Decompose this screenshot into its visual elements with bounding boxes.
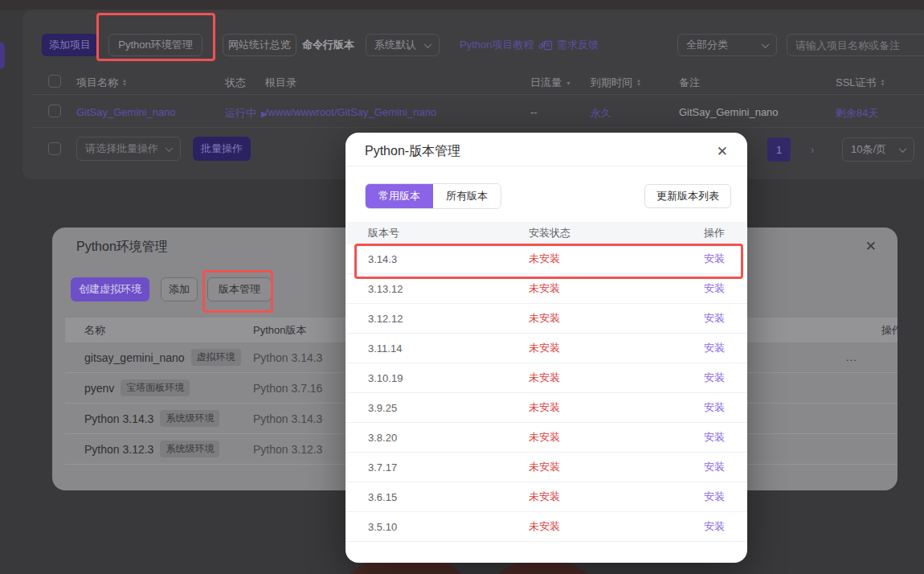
version-number: 3.13.12 (368, 283, 529, 295)
version-table-header: 版本号 安装状态 操作 (345, 222, 747, 244)
vcol-status: 安装状态 (529, 226, 677, 240)
col-header-name[interactable]: 项目名称 ▲▼ (76, 76, 127, 90)
divider (32, 127, 924, 128)
col-ssl-label: SSL证书 (836, 76, 877, 90)
install-status: 未安装 (529, 519, 677, 534)
annotation-box-python-env-button (96, 13, 215, 61)
project-status[interactable]: 运行中 ▶ (225, 106, 268, 121)
tab-all-versions[interactable]: 所有版本 (433, 184, 501, 208)
install-status: 未安装 (529, 341, 677, 355)
status-label: 运行中 (225, 106, 256, 121)
feedback-link-label: 需求反馈 (557, 38, 599, 52)
sidebar-toggle-pill[interactable] (0, 42, 5, 69)
row-checkbox[interactable] (48, 105, 61, 117)
next-page-button[interactable]: › (802, 138, 823, 161)
project-traffic: -- (530, 106, 538, 118)
version-row: 3.9.25 未安装 安装 (345, 393, 747, 423)
cli-version-value: 系统默认 (374, 38, 416, 52)
env-col-action: 操作 (846, 323, 897, 338)
divider (32, 94, 924, 95)
install-link[interactable]: 安装 (677, 281, 725, 296)
batch-action-select[interactable]: 请选择批量操作 (76, 137, 181, 161)
install-link[interactable]: 安装 (677, 490, 725, 504)
version-number: 3.5.10 (368, 521, 529, 533)
install-status: 未安装 (529, 400, 677, 415)
col-root-label: 根目录 (265, 76, 296, 90)
feedback-link[interactable]: 需求反馈 (543, 34, 599, 56)
page-size-value: 10条/页 (851, 142, 886, 157)
col-header-status: 状态 (225, 76, 246, 90)
version-row: 3.12.12 未安装 安装 (345, 304, 747, 334)
install-link[interactable]: 安装 (677, 519, 725, 534)
install-status: 未安装 (529, 371, 677, 385)
col-header-expire[interactable]: 到期时间 ▲▼ (591, 76, 641, 90)
page-size-select[interactable]: 10条/页 (842, 137, 914, 162)
env-name: gitsay_gemini_nano (84, 351, 185, 364)
close-icon[interactable]: ✕ (865, 238, 877, 255)
update-version-list-button[interactable]: 更新版本列表 (644, 184, 731, 208)
screen: 添加项目 Python环境管理 网站统计总览 命令行版本 系统默认 Python… (0, 0, 924, 574)
annotation-box-version-row (354, 244, 743, 279)
cli-version-label: 命令行版本 (302, 34, 354, 56)
install-link[interactable]: 安装 (677, 311, 725, 326)
add-project-button[interactable]: 添加项目 (42, 34, 98, 56)
select-all-checkbox[interactable] (48, 75, 61, 88)
version-row: 3.7.17 未安装 安装 (345, 453, 747, 482)
version-number: 3.10.19 (368, 372, 529, 384)
batch-placeholder: 请选择批量操作 (85, 141, 158, 156)
col-note-label: 备注 (679, 76, 700, 90)
col-name-label: 项目名称 (76, 76, 118, 90)
tutorial-link[interactable]: Python项目教程 (460, 34, 547, 56)
col-header-traffic[interactable]: 日流量 ▼ (530, 76, 571, 90)
batch-select-checkbox[interactable] (48, 142, 61, 155)
version-number: 3.9.25 (368, 402, 529, 414)
page-number-button[interactable]: 1 (767, 137, 791, 162)
create-venv-button[interactable]: 创建虚拟环境 (71, 277, 149, 301)
env-col-name: 名称 (84, 323, 253, 338)
project-ssl[interactable]: 剩余84天 (836, 106, 878, 121)
chevron-down-icon (899, 145, 907, 153)
category-filter-select[interactable]: 全部分类 (677, 34, 777, 56)
install-link[interactable]: 安装 (677, 341, 725, 355)
chevron-down-icon (424, 40, 432, 48)
install-link[interactable]: 安装 (677, 400, 725, 415)
col-header-note: 备注 (679, 76, 700, 90)
project-note[interactable]: GitSay_Gemini_nano (679, 106, 779, 118)
cli-version-select[interactable]: 系统默认 (366, 34, 440, 56)
category-filter-value: 全部分类 (686, 38, 728, 52)
env-modal-title: Python环境管理 (76, 239, 168, 256)
version-number: 3.6.15 (368, 491, 529, 503)
tutorial-link-label: Python项目教程 (460, 38, 534, 52)
install-status: 未安装 (529, 311, 677, 326)
project-name-link[interactable]: GitSay_Gemini_nano (76, 106, 176, 118)
version-tabs: 常用版本 所有版本 (365, 183, 501, 209)
tab-common-versions[interactable]: 常用版本 (366, 184, 433, 208)
version-row: 3.5.10 未安装 安装 (345, 512, 747, 542)
project-expire[interactable]: 永久 (591, 106, 611, 121)
site-stats-button[interactable]: 网站统计总览 (223, 34, 296, 56)
batch-action-button[interactable]: 批量操作 (193, 137, 251, 161)
env-type-badge: 系统级环境 (160, 410, 219, 427)
install-link[interactable]: 安装 (677, 430, 725, 445)
version-row: 3.11.14 未安装 安装 (345, 334, 747, 363)
install-status: 未安装 (529, 490, 677, 504)
install-status: 未安装 (529, 460, 677, 474)
env-name: Python 3.12.3 (84, 443, 153, 456)
install-link[interactable]: 安装 (677, 371, 725, 385)
sort-down-icon: ▼ (566, 80, 571, 86)
env-row-actions[interactable]: ... (846, 351, 897, 363)
close-icon[interactable]: ✕ (717, 143, 728, 160)
chevron-down-icon (166, 144, 174, 152)
col-header-root: 根目录 (265, 76, 296, 90)
env-name: pyenv (84, 382, 114, 395)
project-root-path[interactable]: /www/wwwroot/GitSay_Gemini_nano (265, 106, 436, 118)
install-link[interactable]: 安装 (677, 460, 725, 474)
version-number: 3.7.17 (368, 461, 529, 474)
col-header-ssl[interactable]: SSL证书 ▲▼ (836, 76, 885, 90)
add-env-button[interactable]: 添加 (161, 277, 198, 301)
search-input[interactable] (787, 34, 924, 56)
feedback-doc-icon (543, 40, 553, 51)
env-type-badge: 虚拟环境 (191, 349, 241, 366)
version-modal-toolbar: 常用版本 所有版本 更新版本列表 (365, 183, 731, 209)
version-number: 3.8.20 (368, 432, 529, 444)
